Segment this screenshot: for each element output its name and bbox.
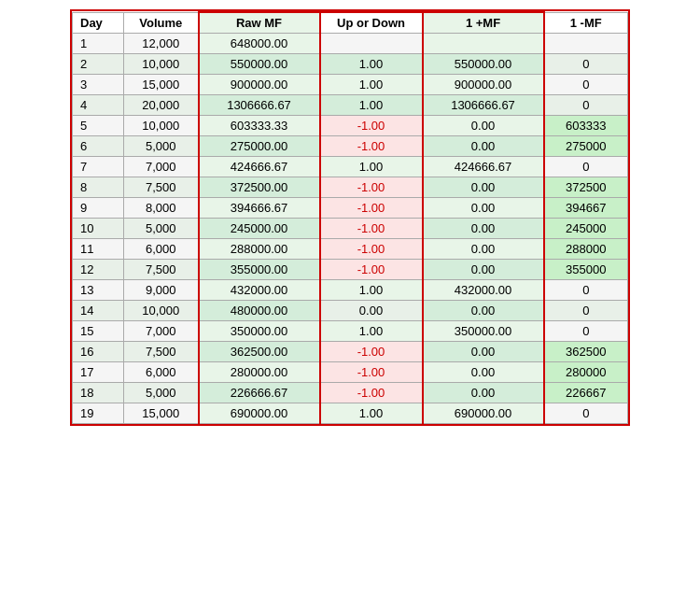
table-row: 315,000900000.001.00900000.000: [73, 75, 628, 95]
table-row: 167,500362500.00-1.000.00362500: [73, 342, 628, 362]
header-minusmf: 1 -MF: [544, 12, 628, 34]
table-row: 185,000226666.67-1.000.00226667: [73, 383, 628, 403]
table-cell: 275000: [544, 136, 628, 157]
table-row: 98,000394666.67-1.000.00394667: [73, 198, 628, 219]
table-cell: 1.00: [320, 403, 423, 424]
table-cell: 0.00: [423, 219, 544, 239]
table-cell: 7,000: [124, 157, 199, 177]
table-cell: 0: [544, 321, 628, 342]
header-rawmf: Raw MF: [199, 12, 320, 34]
table-cell: 6,000: [124, 362, 199, 383]
table-cell: -1.00: [320, 362, 423, 383]
table-cell: 362500: [544, 342, 628, 362]
table-cell: 226666.67: [199, 383, 320, 403]
table-cell: 0.00: [423, 239, 544, 260]
table-row: 127,500355000.00-1.000.00355000: [73, 260, 628, 280]
table-cell: 7,500: [124, 177, 199, 198]
table-cell: 0.00: [423, 198, 544, 219]
table-cell: 1306666.67: [199, 95, 320, 116]
table-cell: 6,000: [124, 239, 199, 260]
table-cell: [320, 34, 423, 54]
table-cell: 275000.00: [199, 136, 320, 157]
header-row: Day Volume Raw MF Up or Down 1 +MF 1 -MF: [73, 12, 628, 34]
table-cell: 355000: [544, 260, 628, 280]
table-cell: -1.00: [320, 239, 423, 260]
table-cell: 13: [73, 280, 124, 301]
table-cell: 17: [73, 362, 124, 383]
table-cell: 480000.00: [199, 301, 320, 321]
table-cell: 1.00: [320, 280, 423, 301]
table-cell: 0: [544, 54, 628, 75]
table-row: 65,000275000.00-1.000.00275000: [73, 136, 628, 157]
table-cell: 355000.00: [199, 260, 320, 280]
table-cell: 0.00: [423, 116, 544, 136]
table-cell: 1.00: [320, 54, 423, 75]
table-cell: 424666.67: [199, 157, 320, 177]
table-cell: 3: [73, 75, 124, 95]
table-cell: 1306666.67: [423, 95, 544, 116]
table-cell: 603333: [544, 116, 628, 136]
table-cell: 288000.00: [199, 239, 320, 260]
table-cell: 0.00: [423, 177, 544, 198]
table-cell: 1.00: [320, 321, 423, 342]
table-cell: -1.00: [320, 116, 423, 136]
table-cell: 690000.00: [423, 403, 544, 424]
header-volume: Volume: [124, 12, 199, 34]
table-cell: -1.00: [320, 198, 423, 219]
table-cell: 372500: [544, 177, 628, 198]
table-cell: 900000.00: [199, 75, 320, 95]
table-cell: 550000.00: [423, 54, 544, 75]
table-cell: 1.00: [320, 95, 423, 116]
table-cell: 6: [73, 136, 124, 157]
table-row: 1915,000690000.001.00690000.000: [73, 403, 628, 424]
table-cell: 0.00: [320, 301, 423, 321]
header-upordown: Up or Down: [320, 12, 423, 34]
table-cell: -1.00: [320, 219, 423, 239]
table-cell: 0: [544, 95, 628, 116]
table-body: 112,000648000.00210,000550000.001.005500…: [73, 34, 628, 424]
table-cell: 362500.00: [199, 342, 320, 362]
table-cell: 8: [73, 177, 124, 198]
table-cell: 603333.33: [199, 116, 320, 136]
table-cell: 1.00: [320, 157, 423, 177]
table-cell: 1.00: [320, 75, 423, 95]
header-day: Day: [73, 12, 124, 34]
table-cell: 15,000: [124, 75, 199, 95]
table-cell: 10,000: [124, 54, 199, 75]
table-cell: 7: [73, 157, 124, 177]
table-cell: 0: [544, 157, 628, 177]
table-cell: 350000.00: [199, 321, 320, 342]
table-cell: 226667: [544, 383, 628, 403]
table-cell: 11: [73, 239, 124, 260]
table-cell: 10: [73, 219, 124, 239]
table-cell: 18: [73, 383, 124, 403]
table-row: 87,500372500.00-1.000.00372500: [73, 177, 628, 198]
table-cell: 7,500: [124, 260, 199, 280]
table-cell: 432000.00: [199, 280, 320, 301]
data-table: Day Volume Raw MF Up or Down 1 +MF 1 -MF…: [72, 11, 628, 424]
table-cell: 424666.67: [423, 157, 544, 177]
table-cell: 15,000: [124, 403, 199, 424]
table-cell: 4: [73, 95, 124, 116]
table-cell: [423, 34, 544, 54]
table-cell: 0.00: [423, 260, 544, 280]
table-cell: 432000.00: [423, 280, 544, 301]
table-cell: 394666.67: [199, 198, 320, 219]
table-cell: -1.00: [320, 136, 423, 157]
table-row: 510,000603333.33-1.000.00603333: [73, 116, 628, 136]
table-cell: 20,000: [124, 95, 199, 116]
table-cell: 245000.00: [199, 219, 320, 239]
table-cell: 12,000: [124, 34, 199, 54]
table-row: 176,000280000.00-1.000.00280000: [73, 362, 628, 383]
table-cell: 372500.00: [199, 177, 320, 198]
table-row: 420,0001306666.671.001306666.670: [73, 95, 628, 116]
table-cell: 15: [73, 321, 124, 342]
table-row: 116,000288000.00-1.000.00288000: [73, 239, 628, 260]
table-cell: 690000.00: [199, 403, 320, 424]
table-cell: 9: [73, 198, 124, 219]
table-row: 210,000550000.001.00550000.000: [73, 54, 628, 75]
table-cell: 12: [73, 260, 124, 280]
table-cell: 648000.00: [199, 34, 320, 54]
table-cell: [544, 34, 628, 54]
table-row: 157,000350000.001.00350000.000: [73, 321, 628, 342]
